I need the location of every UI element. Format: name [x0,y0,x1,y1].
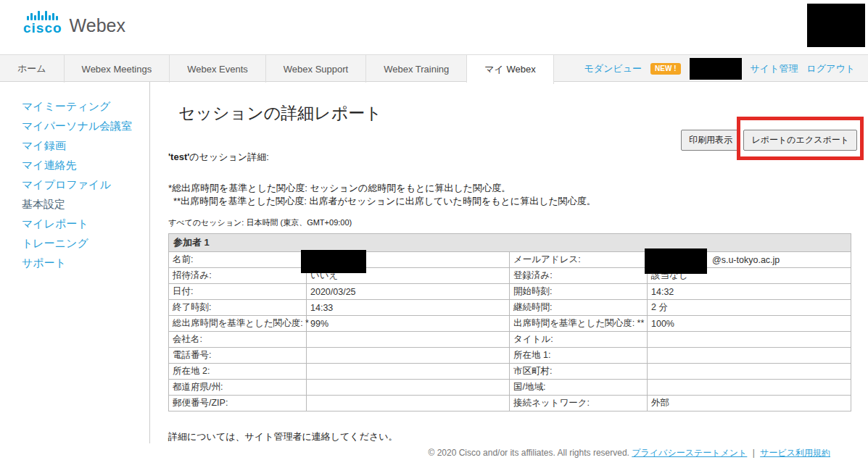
label-address1: 所在地 1: [510,348,648,364]
report-actions: 印刷用表示 レポートのエクスポート [681,130,857,151]
label-address2: 所在地 2: [169,364,307,380]
label-zip: 郵便番号/ZIP: [169,396,307,411]
value-network: 外部 [648,396,851,411]
label-company: 会社名: [169,332,307,348]
new-badge: NEW ! [650,63,680,75]
tab-webex-support[interactable]: Webex Support [266,55,366,83]
label-start-time: 開始時刻: [510,284,648,300]
primary-nav: ホーム Webex Meetings Webex Events Webex Su… [0,54,868,82]
label-network: 接続ネットワーク: [510,396,648,411]
label-title: タイトル: [510,332,648,348]
table-row: 郵便番号/ZIP: 接続ネットワーク: 外部 [169,396,851,411]
main-content: セッションの詳細レポート 印刷用表示 レポートのエクスポート 'test'のセッ… [150,82,868,443]
export-report-button[interactable]: レポートのエクスポート [743,130,857,151]
sidebar-item-my-reports[interactable]: マイレポート [22,214,149,233]
participant-section-header: 参加者 1 [169,234,851,252]
footer-separator: | [753,448,755,458]
sidebar-item-my-meetings[interactable]: マイミーティング [22,96,149,116]
session-intro: 'test'のセッション詳細: [168,151,868,164]
label-attention-total: 総出席時間を基準とした関心度: * [169,316,307,332]
label-phone: 電話番号: [169,348,307,364]
sidebar-item-my-recordings[interactable]: マイ録画 [22,135,149,155]
cisco-webex-logo: cisco Webex [23,9,125,35]
value-country [648,380,851,396]
value-duration: 2 分 [648,300,851,316]
label-country: 国/地域: [510,380,648,396]
redaction-box-corner [807,4,865,47]
note-total-attendance: *総出席時間を基準とした関心度: セッションの総時間をもとに算出した関心度。 [168,182,868,195]
sidebar-item-preferences[interactable]: 基本設定 [22,194,149,214]
participant-table: 参加者 1 名前: メールアドレス: @s.u-tokyo.ac.jp 招待済み… [168,233,851,411]
sidebar-nav: マイミーティング マイパーソナル会議室 マイ録画 マイ連絡先 マイプロファイル … [0,82,150,443]
tab-webex-meetings[interactable]: Webex Meetings [65,55,170,83]
value-address1 [648,348,851,364]
contact-admin-note: 詳細については、サイト管理者に連絡してください。 [168,430,868,443]
table-row: 電話番号: 所在地 1: [169,348,851,364]
label-duration: 継続時間: [510,300,648,316]
table-row: 招待済み: いいえ 登録済み: 該当なし [169,268,851,284]
redaction-box-name [301,250,366,273]
redaction-box-username [690,58,742,80]
value-state [307,380,510,396]
sidebar-item-personal-room[interactable]: マイパーソナル会議室 [22,116,149,135]
table-row: 会社名: タイトル: [169,332,851,348]
page-header: cisco Webex [0,0,868,54]
label-state: 都道府県/州: [169,380,307,396]
copyright-text: © 2020 Cisco and/or its affiliates. All … [428,448,629,458]
attention-notes: *総出席時間を基準とした関心度: セッションの総時間をもとに算出した関心度。 *… [168,182,868,208]
value-start-time: 14:32 [648,284,851,300]
webex-wordmark: Webex [70,17,125,35]
label-date: 日付: [169,284,307,300]
value-title [648,332,851,348]
session-name: 'test' [168,151,189,162]
sidebar-item-support[interactable]: サポート [22,253,149,272]
label-name: 名前: [169,252,307,268]
value-phone [307,348,510,364]
cisco-wordmark: cisco [23,21,62,35]
label-end-time: 終了時刻: [169,300,307,316]
note-attendance: **出席時間を基準とした関心度: 出席者がセッションに出席していた時間をもとに算… [168,195,868,208]
page-footer: © 2020 Cisco and/or its affiliates. All … [0,447,868,459]
value-name [307,252,510,268]
label-invited: 招待済み: [169,268,307,284]
tab-home[interactable]: ホーム [0,55,65,83]
label-registered: 登録済み: [510,268,648,284]
value-address2 [307,364,510,380]
value-end-time: 14:33 [307,300,510,316]
sidebar-item-my-contacts[interactable]: マイ連絡先 [22,155,149,175]
table-row: 都道府県/州: 国/地域: [169,380,851,396]
value-attention-total: 99% [307,316,510,332]
table-row: 日付: 2020/03/25 開始時刻: 14:32 [169,284,851,300]
value-attention-attended: 100% [648,316,851,332]
label-attention-attended: 出席時間を基準とした関心度: ** [510,316,648,332]
page-title: セッションの詳細レポート [178,102,868,125]
value-zip [307,396,510,411]
tab-webex-training[interactable]: Webex Training [366,55,467,83]
timezone-note: すべてのセッション: 日本時間 (東京、GMT+09:00) [168,217,868,228]
logout-link[interactable]: ログアウト [806,62,855,75]
value-date: 2020/03/25 [307,284,510,300]
value-company [307,332,510,348]
table-row: 名前: メールアドレス: @s.u-tokyo.ac.jp [169,252,851,268]
sidebar-item-my-profile[interactable]: マイプロファイル [22,175,149,194]
tab-my-webex[interactable]: マイ Webex [467,55,553,84]
modern-view-link[interactable]: モダンビュー [584,62,642,75]
label-city: 市区町村: [510,364,648,380]
value-email: @s.u-tokyo.ac.jp [648,252,851,268]
label-email: メールアドレス: [510,252,648,268]
print-view-button[interactable]: 印刷用表示 [681,130,740,151]
site-admin-link[interactable]: サイト管理 [751,62,798,75]
table-row: 終了時刻: 14:33 継続時間: 2 分 [169,300,851,316]
tab-webex-events[interactable]: Webex Events [170,55,266,83]
table-row: 所在地 2: 市区町村: [169,364,851,380]
privacy-statement-link[interactable]: プライバシーステートメント [632,448,747,458]
cisco-logo-icon: cisco [23,9,62,35]
table-row: 総出席時間を基準とした関心度: * 99% 出席時間を基準とした関心度: ** … [169,316,851,332]
terms-of-service-link[interactable]: サービス利用規約 [760,448,830,458]
redaction-box-email [645,248,707,274]
sidebar-item-training[interactable]: トレーニング [22,233,149,253]
value-city [648,364,851,380]
